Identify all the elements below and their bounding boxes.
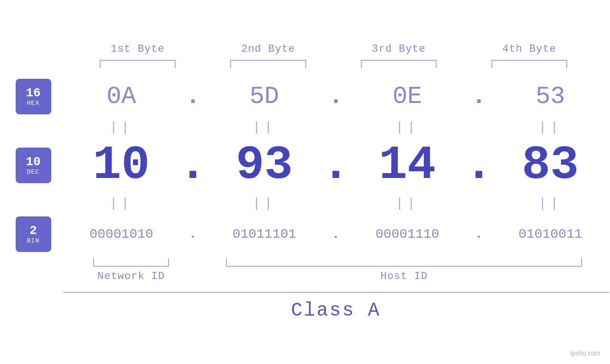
badge-hex-spacer: 16 HEX (16, 75, 51, 118)
hex-badge-label: HEX (27, 100, 39, 107)
bin-byte1-value: 00001010 (89, 227, 153, 242)
hex-byte4-value: 53 (535, 83, 565, 111)
dec-byte3-value: 14 (379, 139, 436, 192)
hex-byte3-cell: 0E (348, 83, 467, 111)
host-id-wrap: Host ID (199, 258, 609, 282)
bin-dot3: . (475, 227, 483, 242)
dec-byte1-cell: 10 (62, 139, 181, 192)
dec-dot1: . (178, 139, 207, 192)
bin-byte3-cell: 00001110 (348, 227, 467, 242)
badge-bin-spacer: 2 BIN (16, 213, 51, 256)
watermark: ipshu.com (570, 349, 601, 357)
hex-badge-number: 16 (26, 86, 40, 100)
dec-byte4-value: 83 (522, 139, 579, 192)
top-bracket-2-cell (203, 60, 334, 68)
hex-dot1-cell: . (181, 83, 205, 111)
hex-byte2-value: 5D (250, 83, 279, 111)
dec-dot2-cell: . (324, 139, 348, 192)
byte3-label: 3rd Byte (334, 43, 464, 55)
bin-row: 00001010 . 01011101 . 00001110 . (62, 213, 610, 256)
class-row: Class A (63, 292, 609, 321)
bin-badge: 2 BIN (16, 216, 51, 252)
dec-byte3-cell: 14 (348, 139, 467, 192)
content-area: 16 HEX 10 DEC 2 BIN (0, 75, 610, 256)
top-bracket-1-cell (73, 60, 203, 68)
badge-dec-spacer: 10 DEC (16, 137, 51, 194)
bin-dot1-cell: . (181, 227, 205, 242)
top-bracket-4-cell (464, 60, 595, 68)
equals1-byte2: || (205, 120, 324, 135)
hex-badge: 16 HEX (16, 79, 51, 114)
dec-dot3: . (465, 139, 493, 192)
bin-byte2-cell: 01011101 (205, 227, 324, 242)
equals1-byte1: || (62, 120, 181, 135)
hex-byte4-cell: 53 (491, 83, 610, 111)
top-bracket-4 (491, 60, 567, 68)
dec-dot1-cell: . (181, 139, 205, 192)
bin-badge-number: 2 (29, 224, 37, 238)
bin-byte4-cell: 01010011 (491, 227, 610, 242)
byte4-label: 4th Byte (464, 43, 595, 55)
main-container: 1st Byte 2nd Byte 3rd Byte 4th Byte 16 H… (0, 0, 610, 364)
top-bracket-1 (100, 60, 176, 68)
byte-labels-row: 1st Byte 2nd Byte 3rd Byte 4th Byte (73, 43, 595, 55)
host-id-bracket (226, 258, 582, 267)
class-label: Class A (291, 300, 381, 321)
hex-dot3-cell: . (467, 83, 491, 111)
network-id-wrap: Network ID (63, 258, 200, 282)
host-id-label: Host ID (199, 271, 609, 282)
hex-row: 0A . 5D . 0E . 53 (62, 75, 610, 118)
bin-byte3-value: 00001110 (375, 227, 439, 242)
dec-badge-label: DEC (27, 168, 39, 176)
equals2-byte4: || (491, 196, 610, 211)
equals2-byte2: || (205, 196, 324, 211)
class-line (63, 292, 609, 293)
dec-byte2-value: 93 (236, 139, 293, 192)
hex-dot1: . (186, 83, 200, 111)
badges-column: 16 HEX 10 DEC 2 BIN (0, 75, 62, 256)
bin-byte4-value: 01010011 (518, 227, 582, 242)
byte1-label: 1st Byte (73, 43, 203, 55)
dec-badge: 10 DEC (16, 148, 51, 183)
dec-row: 10 . 93 . 14 . 83 (62, 137, 610, 194)
top-bracket-3-cell (334, 60, 464, 68)
rows-container: 0A . 5D . 0E . 53 (62, 75, 610, 256)
bin-byte1-cell: 00001010 (62, 227, 181, 242)
dec-byte4-cell: 83 (491, 139, 610, 192)
equals1-byte3: || (348, 120, 467, 135)
top-bracket-3 (361, 60, 437, 68)
dec-byte2-cell: 93 (205, 139, 324, 192)
hex-byte1-cell: 0A (62, 83, 181, 111)
equals2-byte3: || (348, 196, 467, 211)
dec-byte1-value: 10 (93, 139, 150, 192)
network-id-bracket (93, 258, 169, 267)
bin-dot1: . (189, 227, 197, 242)
bottom-brackets-row: Network ID Host ID (63, 258, 609, 282)
bin-dot2-cell: . (324, 227, 348, 242)
top-brackets-row (73, 60, 595, 68)
hex-byte1-value: 0A (106, 83, 136, 111)
equals2-byte1: || (62, 196, 181, 211)
bin-byte2-value: 01011101 (233, 227, 296, 242)
hex-dot2-cell: . (324, 83, 348, 111)
equals-row-2: || || || || (62, 194, 610, 213)
dec-dot3-cell: . (467, 139, 491, 192)
bottom-area: Network ID Host ID (63, 258, 609, 282)
hex-dot2: . (328, 83, 343, 111)
dec-badge-number: 10 (26, 155, 40, 169)
equals1-byte4: || (491, 120, 610, 135)
top-bracket-2 (230, 60, 306, 68)
equals-row-1: || || || || (62, 118, 610, 137)
bin-dot2: . (332, 227, 340, 242)
bin-dot3-cell: . (467, 227, 491, 242)
hex-byte3-value: 0E (393, 83, 422, 111)
byte2-label: 2nd Byte (203, 43, 334, 55)
network-id-label: Network ID (97, 271, 165, 282)
dec-dot2: . (322, 139, 350, 192)
hex-byte2-cell: 5D (205, 83, 324, 111)
bin-badge-label: BIN (27, 237, 39, 244)
hex-dot3: . (471, 83, 486, 111)
